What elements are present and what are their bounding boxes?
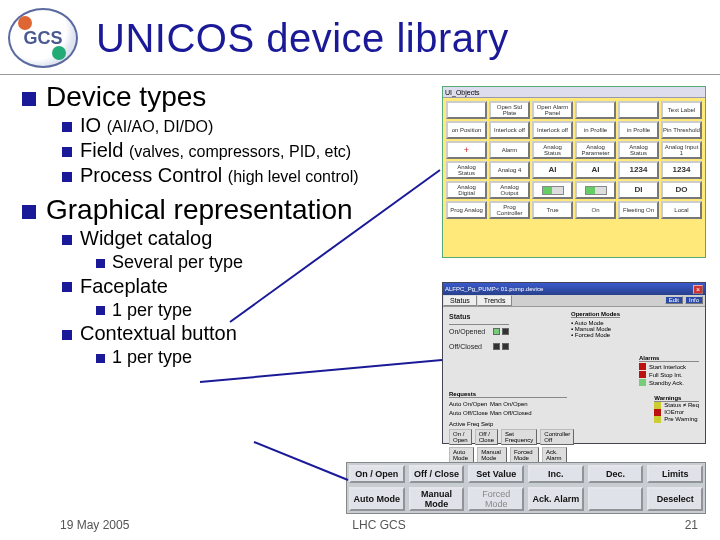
catalog-titlebar: UI_Objects <box>443 87 705 98</box>
offclosed-label: Off/Closed <box>449 343 491 355</box>
ctx-button[interactable] <box>588 487 644 511</box>
fp-forced-mode-button[interactable]: Forced Mode <box>510 447 539 463</box>
tab-status[interactable]: Status <box>443 295 477 306</box>
close-icon[interactable]: × <box>693 285 703 294</box>
gcs-logo: GCS <box>8 8 78 68</box>
fp-set-freq-button[interactable]: Set Frequency <box>501 429 537 445</box>
catalog-cell[interactable]: DI <box>618 181 659 199</box>
ctx-button[interactable]: Inc. <box>528 465 584 483</box>
warn-led-icon <box>654 409 661 416</box>
catalog-cell[interactable]: Analog Digital <box>446 181 487 199</box>
led-icon <box>493 328 500 335</box>
req-item: Auto On/Open <box>449 400 488 409</box>
req-item: Man On/Open <box>490 400 532 409</box>
status-heading: Status <box>449 313 509 325</box>
catalog-cell[interactable]: + <box>446 141 487 159</box>
ctx-button[interactable]: Set Value <box>468 465 524 483</box>
faceplate-titlebar[interactable]: ALFPC_Pg_PUMP< 01.pump.device × <box>443 283 705 295</box>
catalog-cell[interactable]: Analog Status <box>532 141 573 159</box>
req-item: Auto Off/Close <box>449 409 488 418</box>
catalog-cell[interactable]: 1234 <box>618 161 659 179</box>
catalog-cell[interactable] <box>575 101 616 119</box>
requests-title: Requests <box>449 391 567 398</box>
faceplate-window: ALFPC_Pg_PUMP< 01.pump.device × Status T… <box>442 282 706 444</box>
warnings-title: Warnings <box>654 395 699 402</box>
footer-date: 19 May 2005 <box>60 518 273 532</box>
catalog-cell[interactable] <box>532 181 573 199</box>
catalog-cell[interactable]: Alarm <box>489 141 530 159</box>
footer-middle: LHC GCS <box>273 518 486 532</box>
ctx-button[interactable]: Dec. <box>588 465 644 483</box>
catalog-cell[interactable]: Fleeting On <box>618 201 659 219</box>
catalog-cell[interactable] <box>446 101 487 119</box>
alarm-led-icon <box>639 379 646 386</box>
catalog-cell[interactable]: Analog 4 <box>489 161 530 179</box>
catalog-cell[interactable]: Analog Output <box>489 181 530 199</box>
catalog-cell[interactable]: Interlock off <box>532 121 573 139</box>
opmodes-title: Operation Modes <box>571 311 620 318</box>
ctx-button[interactable]: Off / Close <box>409 465 465 483</box>
catalog-cell[interactable]: Pin Threshold <box>661 121 702 139</box>
footer-page: 21 <box>485 518 698 532</box>
catalog-cell[interactable]: in Profile <box>618 121 659 139</box>
ctx-button[interactable]: On / Open <box>349 465 405 483</box>
info-button[interactable]: Info <box>685 296 703 304</box>
catalog-cell[interactable] <box>618 101 659 119</box>
catalog-cell[interactable] <box>575 181 616 199</box>
fp-manual-mode-button[interactable]: Manual Mode <box>477 447 507 463</box>
catalog-cell[interactable]: AI <box>575 161 616 179</box>
contextual-button-bar: On / OpenOff / CloseSet ValueInc.Dec.Lim… <box>346 462 706 514</box>
catalog-cell[interactable]: Open Std Plate <box>489 101 530 119</box>
led-icon <box>502 343 509 350</box>
catalog-cell[interactable]: DO <box>661 181 702 199</box>
ctx-button[interactable]: Ack. Alarm <box>528 487 584 511</box>
edit-button[interactable]: Edit <box>665 296 683 304</box>
led-icon <box>502 328 509 335</box>
catalog-cell[interactable]: Analog Input 1 <box>661 141 702 159</box>
catalog-cell[interactable]: Prog Analog <box>446 201 487 219</box>
catalog-cell[interactable]: True <box>532 201 573 219</box>
ctx-button[interactable]: Forced Mode <box>468 487 524 511</box>
active-freq-label: Active Freq Setp <box>449 421 567 427</box>
catalog-cell[interactable]: Prog Controller <box>489 201 530 219</box>
catalog-cell[interactable]: Open Alarm Panel <box>532 101 573 119</box>
catalog-cell[interactable]: Analog Status <box>618 141 659 159</box>
ctx-button[interactable]: Limits <box>647 465 703 483</box>
catalog-cell[interactable]: in Profile <box>575 121 616 139</box>
catalog-cell[interactable]: On <box>575 201 616 219</box>
fp-off-close-button[interactable]: Off / Close <box>475 429 498 445</box>
slide-title: UNICOS device library <box>96 16 509 61</box>
ctx-button[interactable]: Manual Mode <box>409 487 465 511</box>
onoff-label: On/Opened <box>449 328 491 340</box>
catalog-cell[interactable]: Analog Status <box>446 161 487 179</box>
widget-catalog-window: UI_Objects Open Std PlateOpen Alarm Pane… <box>442 86 706 258</box>
catalog-cell[interactable]: AI <box>532 161 573 179</box>
catalog-cell[interactable]: Text Label <box>661 101 702 119</box>
fp-ack-alarm-button[interactable]: Ack. Alarm <box>542 447 567 463</box>
warn-led-icon <box>654 402 661 409</box>
ctx-button[interactable]: Deselect <box>647 487 703 511</box>
svg-line-2 <box>254 442 348 480</box>
catalog-cell[interactable]: Analog Parameter <box>575 141 616 159</box>
tab-trends[interactable]: Trends <box>477 295 513 306</box>
warn-led-icon <box>654 416 661 423</box>
alarms-title: Alarms <box>639 355 699 362</box>
fp-auto-mode-button[interactable]: Auto Mode <box>449 447 474 463</box>
fp-ctrl-off-button[interactable]: Controller Off <box>540 429 574 445</box>
ctx-button[interactable]: Auto Mode <box>349 487 405 511</box>
catalog-cell[interactable]: on Position <box>446 121 487 139</box>
led-icon <box>493 343 500 350</box>
title-divider <box>0 74 720 75</box>
alarm-led-icon <box>639 363 646 370</box>
catalog-cell[interactable]: Interlock off <box>489 121 530 139</box>
catalog-cell[interactable]: 1234 <box>661 161 702 179</box>
alarm-led-icon <box>639 371 646 378</box>
fp-on-open-button[interactable]: On / Open <box>449 429 472 445</box>
opmode-item: Forced Mode <box>571 332 699 338</box>
catalog-cell[interactable]: Local <box>661 201 702 219</box>
req-item: Man Off/Closed <box>490 409 532 418</box>
